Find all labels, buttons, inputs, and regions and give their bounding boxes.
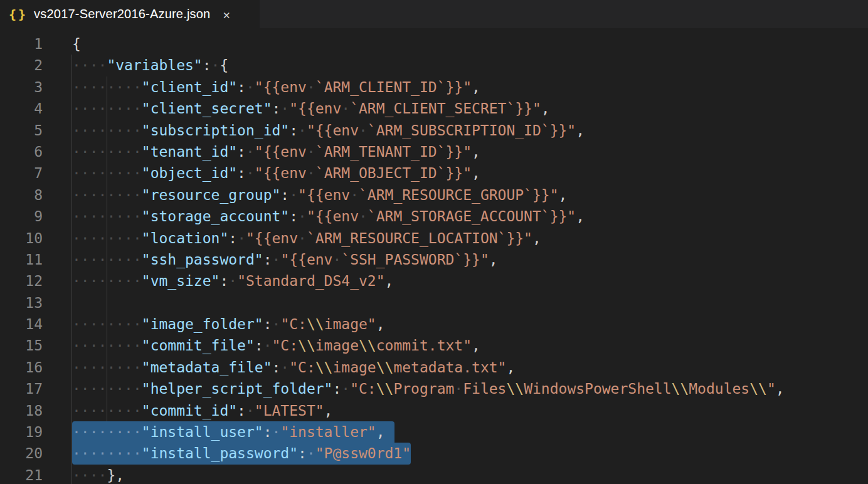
line-number[interactable]: 20	[0, 443, 43, 464]
code-line[interactable]: ········"client_id":·"{{env·`ARM_CLIENT_…	[72, 76, 868, 98]
line-number[interactable]: 8	[0, 184, 43, 206]
code-line[interactable]: ········"ssh_password":·"{{env·`SSH_PASS…	[72, 249, 868, 270]
line-number[interactable]: 11	[0, 249, 43, 270]
code-line[interactable]: ········"resource_group":·"{{env·`ARM_RE…	[72, 184, 868, 206]
whitespace-dots: ·	[341, 381, 350, 397]
whitespace-dots: ·	[272, 251, 281, 268]
line-number[interactable]: 4	[0, 98, 43, 119]
whitespace-dots: ········	[72, 445, 142, 461]
whitespace-dots: ········	[72, 208, 142, 224]
code-line[interactable]: ········"commit_id":·"LATEST",	[72, 400, 868, 421]
code-token: image	[332, 359, 376, 376]
code-token: "object_id"	[142, 165, 237, 181]
line-number[interactable]: 9	[0, 206, 43, 227]
code-token: "LATEST"	[255, 402, 324, 419]
code-token: `ARM_STORAGE_ACCOUNT`}}"	[368, 208, 576, 224]
code-line[interactable]: ····},	[72, 465, 868, 484]
line-number[interactable]: 2	[0, 55, 43, 76]
code-line[interactable]: ········"metadata_file":·"C:\\image\\met…	[72, 357, 868, 378]
code-token: "vm_size"	[142, 273, 220, 289]
code-line[interactable]: ········"tenant_id":·"{{env·`ARM_TENANT_…	[72, 141, 868, 162]
line-number[interactable]: 14	[0, 313, 43, 335]
whitespace-dots: ········	[72, 424, 142, 440]
code-token: "{{env	[289, 100, 341, 117]
line-number[interactable]: 12	[0, 270, 43, 292]
code-token: "{{env	[307, 208, 359, 224]
tab-bar: {} vs2017-Server2016-Azure.json ✕	[0, 0, 868, 28]
code-line[interactable]: ····"variables":·{	[72, 55, 868, 76]
code-line[interactable]: {	[72, 33, 868, 55]
code-token: :	[237, 79, 246, 95]
line-number[interactable]: 7	[0, 162, 43, 184]
whitespace-dots: ········	[72, 79, 142, 95]
whitespace-dots: ·	[289, 187, 298, 203]
code-token: :	[228, 230, 237, 246]
code-token: metadata.txt"	[393, 359, 506, 376]
code-line[interactable]: ········"client_secret":·"{{env·`ARM_CLI…	[72, 98, 868, 119]
line-number[interactable]: 3	[0, 76, 43, 98]
code-lines: {····"variables":·{········"client_id":·…	[72, 33, 868, 484]
code-line[interactable]: ········"vm_size":·"Standard_DS4_v2",	[72, 270, 868, 292]
code-token: ,	[532, 230, 541, 246]
code-token: ,	[506, 359, 515, 376]
code-token: ,	[576, 122, 585, 139]
line-number[interactable]: 13	[0, 292, 43, 313]
whitespace-dots: ·	[307, 79, 315, 95]
code-token: :	[203, 57, 211, 73]
code-token: `ARM_RESOURCE_GROUP`}}"	[359, 187, 559, 203]
code-token: :	[237, 144, 246, 160]
code-line[interactable]: ········"location":·"{{env·`ARM_RESOURCE…	[72, 228, 868, 249]
code-token: \\	[315, 359, 333, 376]
line-number[interactable]: 1	[0, 33, 43, 55]
code-token: "commit_file"	[142, 337, 255, 354]
code-token: "tenant_id"	[142, 144, 237, 160]
code-token: "image_folder"	[142, 316, 263, 332]
selection-highlight: ········"install_password":·"P@ssw0rd1"	[72, 443, 411, 464]
whitespace-dots: ·	[307, 445, 315, 461]
whitespace-dots: ·	[280, 100, 289, 117]
line-number[interactable]: 19	[0, 421, 43, 443]
json-braces-icon: {}	[9, 7, 28, 22]
whitespace-dots: ·	[280, 359, 289, 376]
editor-pane[interactable]: 123456789101112131415161718192021 {····"…	[0, 28, 868, 484]
whitespace-dots: ········	[72, 359, 142, 376]
code-token: \\	[298, 337, 315, 354]
whitespace-dots: ········	[72, 122, 142, 139]
code-line[interactable]	[72, 292, 868, 313]
line-number[interactable]: 18	[0, 400, 43, 421]
code-token: :	[272, 359, 281, 376]
line-number[interactable]: 16	[0, 357, 43, 378]
line-number[interactable]: 5	[0, 120, 43, 141]
whitespace-dots: ·	[246, 144, 255, 160]
code-token: "{{env	[246, 230, 298, 246]
code-token: "C:	[272, 337, 299, 354]
line-number[interactable]: 21	[0, 465, 43, 484]
line-number[interactable]: 17	[0, 378, 43, 399]
code-token: "{{env	[255, 144, 307, 160]
line-number[interactable]: 6	[0, 141, 43, 162]
code-line[interactable]: ········"subscription_id":·"{{env·`ARM_S…	[72, 120, 868, 141]
line-number[interactable]: 10	[0, 228, 43, 249]
code-token: :	[263, 316, 272, 332]
code-token: WindowsPowerShell	[524, 381, 671, 397]
code-line[interactable]: ········"object_id":·"{{env·`ARM_OBJECT_…	[72, 162, 868, 184]
line-number[interactable]: 15	[0, 335, 43, 356]
code-line[interactable]: ········"install_password":·"P@ssw0rd1"	[72, 443, 868, 464]
code-line[interactable]: ········"install_user":·"installer",	[72, 421, 868, 443]
code-line[interactable]: ········"helper_script_folder":·"C:\\Pro…	[72, 378, 868, 399]
close-icon[interactable]: ✕	[223, 8, 230, 21]
code-token: "{{env	[255, 79, 307, 95]
whitespace-dots: ····	[72, 467, 107, 483]
code-token: ,	[376, 316, 385, 332]
code-line[interactable]: ········"storage_account":·"{{env·`ARM_S…	[72, 206, 868, 227]
code-line[interactable]: ········"commit_file":·"C:\\image\\commi…	[72, 335, 868, 356]
code-token: ,	[472, 337, 480, 354]
tab-vs2017-server2016-azure-json[interactable]: {} vs2017-Server2016-Azure.json ✕	[0, 0, 260, 28]
code-token: :	[332, 381, 341, 397]
whitespace-dots: ········	[72, 144, 142, 160]
whitespace-dots: ·	[298, 122, 307, 139]
code-token: \\	[307, 316, 324, 332]
code-line[interactable]: ········"image_folder":·"C:\\image",	[72, 313, 868, 335]
tab-title: vs2017-Server2016-Azure.json	[34, 7, 210, 21]
code-token: "installer"	[280, 424, 376, 440]
